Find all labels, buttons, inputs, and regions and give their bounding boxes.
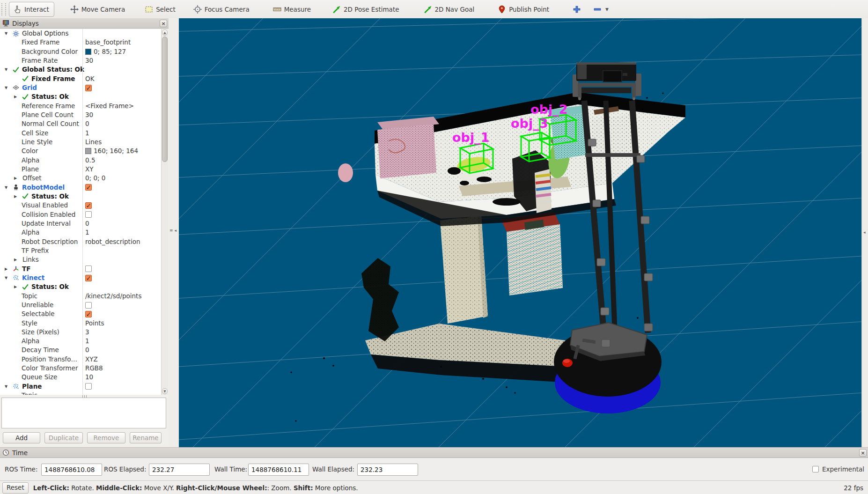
- property-value[interactable]: 1: [82, 228, 162, 237]
- property-value[interactable]: [82, 391, 162, 395]
- property-value[interactable]: base_footprint: [82, 38, 162, 47]
- tree-row[interactable]: Queue Size10: [0, 373, 162, 382]
- tree-row[interactable]: Color160; 160; 164: [0, 147, 162, 155]
- tree-row[interactable]: ▶TF: [0, 265, 162, 273]
- property-value[interactable]: 1: [82, 337, 162, 346]
- tree-row[interactable]: Size (Pixels)3: [0, 328, 162, 337]
- checkbox-unchecked[interactable]: [85, 265, 92, 272]
- right-collapsed-panel[interactable]: ◂: [861, 18, 868, 447]
- property-value[interactable]: [82, 201, 162, 210]
- displays-panel-header[interactable]: Displays ×: [0, 18, 169, 29]
- tree-row[interactable]: ▼Kinect: [0, 273, 162, 282]
- checkbox-checked[interactable]: [85, 184, 92, 191]
- wall-time-input[interactable]: [248, 464, 309, 476]
- property-value[interactable]: 1: [82, 129, 162, 138]
- tree-row[interactable]: ▶Status: Ok: [0, 282, 162, 291]
- property-value[interactable]: /kinect2/sd/points: [82, 292, 162, 301]
- property-value[interactable]: [82, 192, 162, 201]
- expander-open-icon[interactable]: ▼: [5, 65, 7, 74]
- property-value[interactable]: 0: [82, 219, 162, 228]
- displays-scrollbar[interactable]: ▲ ▼: [161, 29, 168, 395]
- checkbox-checked[interactable]: [85, 202, 92, 209]
- ros-time-input[interactable]: [41, 464, 102, 476]
- tree-row[interactable]: Selectable: [0, 310, 162, 318]
- tree-row[interactable]: Reference Frame<Fixed Frame>: [0, 102, 162, 111]
- property-value[interactable]: robot_description: [82, 237, 162, 246]
- scroll-down-icon[interactable]: ▼: [162, 388, 168, 394]
- time-panel-header[interactable]: Time ×: [0, 448, 868, 458]
- property-value[interactable]: 3: [82, 328, 162, 337]
- tool-remove-tool[interactable]: ▼: [591, 2, 611, 16]
- tree-row[interactable]: ▼Global Options: [0, 29, 162, 38]
- checkbox-unchecked[interactable]: [85, 383, 92, 390]
- tool-publish-point[interactable]: Publish Point: [496, 2, 551, 16]
- right-collapse-icon[interactable]: ◂: [863, 230, 866, 235]
- splitter-collapse-icon[interactable]: ≡ ◂: [169, 229, 177, 233]
- expander-closed-icon[interactable]: ▶: [14, 174, 17, 183]
- tree-row[interactable]: Fixed Framebase_footprint: [0, 38, 162, 47]
- checkbox-unchecked[interactable]: [85, 302, 92, 309]
- tree-row[interactable]: Alpha1: [0, 337, 162, 346]
- checkbox-unchecked[interactable]: [85, 211, 92, 218]
- property-value[interactable]: XYZ: [82, 355, 162, 364]
- tool-add-tool[interactable]: [571, 2, 583, 16]
- property-value[interactable]: [82, 83, 162, 92]
- tree-row[interactable]: TF Prefix: [0, 246, 162, 255]
- property-value[interactable]: 0: [82, 346, 162, 354]
- expander-open-icon[interactable]: ▼: [5, 83, 7, 92]
- property-value[interactable]: [82, 65, 162, 74]
- checkbox-checked[interactable]: [85, 311, 92, 317]
- tree-row[interactable]: Alpha0.5: [0, 156, 162, 165]
- tree-row[interactable]: ▼Grid: [0, 83, 162, 92]
- tree-row[interactable]: Fixed FrameOK: [0, 74, 162, 83]
- displays-close-button[interactable]: ×: [160, 20, 167, 27]
- tool-interact[interactable]: Interact: [9, 2, 54, 17]
- property-value[interactable]: [82, 382, 162, 391]
- tool-pose-estimate[interactable]: 2D Pose Estimate: [331, 2, 401, 16]
- tree-row[interactable]: ▶Offset0; 0; 0: [0, 174, 162, 183]
- tree-row[interactable]: Normal Cell Count0: [0, 119, 162, 128]
- tree-row[interactable]: Topic/kinect2/sd/points: [0, 292, 162, 301]
- property-value[interactable]: 0.5: [82, 156, 162, 165]
- wall-elapsed-input[interactable]: [357, 464, 418, 476]
- tree-row[interactable]: Topic: [0, 391, 162, 395]
- checkbox-checked[interactable]: [85, 85, 92, 91]
- tree-row[interactable]: ▼Global Status: Ok: [0, 65, 162, 74]
- property-value[interactable]: [82, 255, 162, 264]
- property-value[interactable]: [82, 273, 162, 282]
- reset-button[interactable]: Reset: [2, 482, 29, 494]
- property-value[interactable]: OK: [82, 74, 162, 83]
- tool-measure[interactable]: Measure: [271, 2, 313, 16]
- tree-row[interactable]: Unreliable: [0, 301, 162, 310]
- property-value[interactable]: Lines: [82, 138, 162, 147]
- tree-row[interactable]: PlaneXY: [0, 165, 162, 174]
- tree-row[interactable]: ▼RobotModel: [0, 183, 162, 192]
- expander-open-icon[interactable]: ▼: [5, 273, 7, 282]
- tree-row[interactable]: Background Color0; 85; 127: [0, 47, 162, 56]
- tree-row[interactable]: Update Interval0: [0, 219, 162, 228]
- tree-row[interactable]: Robot Descriptionrobot_description: [0, 237, 162, 246]
- property-value[interactable]: <Fixed Frame>: [82, 102, 162, 111]
- expander-closed-icon[interactable]: ▶: [14, 92, 17, 101]
- property-value[interactable]: [82, 310, 162, 318]
- tree-row[interactable]: Cell Size1: [0, 129, 162, 138]
- tool-nav-goal[interactable]: 2D Nav Goal: [422, 2, 477, 16]
- property-value[interactable]: [82, 246, 162, 255]
- left-splitter[interactable]: ≡ ◂: [169, 18, 179, 447]
- property-value[interactable]: [82, 265, 162, 273]
- property-value[interactable]: 160; 160; 164: [82, 147, 162, 155]
- property-value[interactable]: [82, 301, 162, 310]
- expander-closed-icon[interactable]: ▶: [5, 265, 7, 273]
- tree-row[interactable]: Color TransformerRGB8: [0, 364, 162, 373]
- rename-button[interactable]: Rename: [130, 432, 162, 443]
- property-value[interactable]: [82, 210, 162, 219]
- property-value[interactable]: [82, 183, 162, 192]
- expander-closed-icon[interactable]: ▶: [14, 282, 17, 291]
- property-value[interactable]: [82, 282, 162, 291]
- property-value[interactable]: XY: [82, 165, 162, 174]
- property-value[interactable]: RGB8: [82, 364, 162, 373]
- property-value[interactable]: 30: [82, 111, 162, 119]
- 3d-viewport[interactable]: obj_1 obj_3 obj_2: [179, 18, 861, 447]
- checkbox-checked[interactable]: [85, 275, 92, 281]
- tool-move-camera[interactable]: Move Camera: [68, 2, 127, 16]
